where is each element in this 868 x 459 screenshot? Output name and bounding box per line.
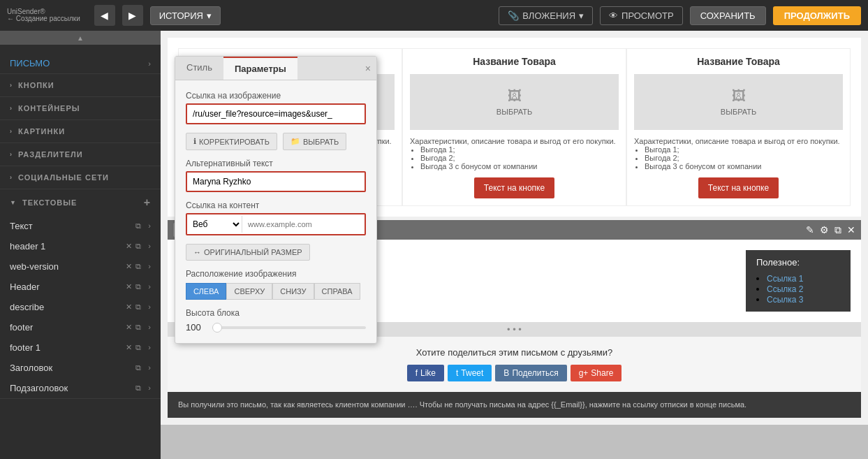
- sidebar-section-kartinki: › КАРТИНКИ: [0, 120, 161, 143]
- tab-params[interactable]: Параметры: [223, 57, 297, 80]
- copy-icon[interactable]: ⧉: [135, 221, 141, 231]
- info-icon: ℹ: [193, 137, 196, 146]
- share-twitter-button[interactable]: t Tweet: [448, 365, 492, 381]
- position-left-button[interactable]: СЛЕВА: [186, 283, 226, 300]
- arrow-icon: ›: [10, 151, 13, 158]
- correct-button[interactable]: ℹ КОРРЕКТИРОВАТЬ: [186, 133, 277, 150]
- tw-label: Tweet: [461, 368, 483, 378]
- product-btn-3[interactable]: Текст на кнопке: [698, 177, 779, 198]
- sidebar-item-label-tekst: Текст: [10, 221, 33, 231]
- original-size-label: ОРИГИНАЛЬНЫЙ РАЗМЕР: [204, 248, 302, 256]
- sidebar-item-tekst[interactable]: Текст ⧉ ›: [0, 216, 161, 236]
- edit-icon[interactable]: ✎: [806, 224, 814, 236]
- sidebar-section-header-razdeliteli[interactable]: › РАЗДЕЛИТЕЛИ: [0, 143, 161, 166]
- sidebar-scroll-up[interactable]: [0, 31, 161, 45]
- copy-icon[interactable]: ⧉: [834, 224, 841, 236]
- copy-icon[interactable]: ⧉: [135, 282, 141, 291]
- close-icon[interactable]: ✕: [126, 323, 132, 332]
- select-button[interactable]: 📁 ВЫБРАТЬ: [283, 133, 346, 150]
- share-facebook-button[interactable]: f Like: [407, 365, 444, 381]
- content-link-input[interactable]: [242, 216, 365, 233]
- tab-style[interactable]: Стиль: [175, 57, 223, 80]
- sidebar-section-konteinery: › КОНТЕЙНЕРЫ: [0, 97, 161, 120]
- sidebar-item-zagolovok[interactable]: Заголовок ⧉ ›: [0, 358, 161, 378]
- section-label-kartinki: КАРТИНКИ: [18, 127, 65, 136]
- close-icon[interactable]: ✕: [847, 224, 855, 236]
- continue-button[interactable]: ПРОДОЛЖИТЬ: [773, 6, 861, 25]
- forward-button[interactable]: ▶: [122, 5, 143, 26]
- position-buttons: СЛЕВА СВЕРХУ СНИЗУ СПРАВА: [186, 283, 366, 300]
- sidebar-item-describe[interactable]: describe ✕ ⧉ ›: [0, 297, 161, 317]
- sidebar-item-web-version[interactable]: web-version ✕ ⧉ ›: [0, 256, 161, 277]
- close-icon[interactable]: ✕: [126, 303, 132, 312]
- useful-link-3[interactable]: Ссылка 3: [767, 295, 804, 305]
- image-params-modal: Стиль Параметры × Ссылка на изображение …: [175, 56, 377, 344]
- image-link-input[interactable]: [187, 105, 365, 123]
- sidebar-section-socset: › СОЦИАЛЬНЫЕ СЕТИ: [0, 166, 161, 189]
- position-bottom-button[interactable]: СНИЗУ: [272, 283, 314, 300]
- product-image-2[interactable]: 🖼 ВЫБРАТЬ: [410, 74, 619, 130]
- sidebar-section-header-knopki[interactable]: › КНОПКИ: [0, 74, 161, 96]
- image-icon: 🖼: [732, 88, 746, 104]
- image-link-label: Ссылка на изображение: [186, 91, 366, 101]
- copy-icon[interactable]: ⧉: [135, 323, 141, 332]
- sidebar-item-icons-web-version: ✕ ⧉ ›: [126, 262, 151, 271]
- position-top-button[interactable]: СВЕРХУ: [226, 283, 272, 300]
- product-image-3[interactable]: 🖼 ВЫБРАТЬ: [634, 74, 843, 130]
- copy-icon[interactable]: ⧉: [135, 262, 141, 271]
- height-slider-thumb[interactable]: [212, 323, 222, 333]
- product-title-3: Название Товара: [634, 56, 843, 67]
- sidebar-section-header-tekstovye[interactable]: ▼ ТЕКСТОВЫЕ +: [0, 189, 161, 216]
- history-button[interactable]: ИСТОРИЯ ▾: [150, 6, 221, 25]
- sidebar-item-pismo[interactable]: ПИСЬМО ›: [0, 53, 161, 73]
- original-size-button[interactable]: ↔ ОРИГИНАЛЬНЫЙ РАЗМЕР: [186, 244, 310, 261]
- sidebar-item-footer[interactable]: footer ✕ ⧉ ›: [0, 317, 161, 337]
- modal-actions: ℹ КОРРЕКТИРОВАТЬ 📁 ВЫБРАТЬ: [186, 133, 366, 150]
- share-gplus-button[interactable]: g+ Share: [571, 365, 622, 381]
- section-label-razdeliteli: РАЗДЕЛИТЕЛИ: [18, 150, 83, 159]
- sidebar-section-header-konteinery[interactable]: › КОНТЕЙНЕРЫ: [0, 97, 161, 119]
- product-cell-3: Название Товара 🖼 ВЫБРАТЬ Характеристики…: [626, 48, 851, 206]
- sidebar-item-icons-podzagolovok: ⧉ ›: [135, 384, 151, 393]
- alt-text-input[interactable]: [187, 173, 365, 191]
- sidebar-item-header[interactable]: Header ✕ ⧉ ›: [0, 277, 161, 297]
- select-image-label-3: ВЫБРАТЬ: [721, 108, 756, 116]
- sidebar-item-icons-header1: ✕ ⧉ ›: [126, 242, 151, 251]
- height-slider[interactable]: [212, 326, 366, 329]
- useful-link-2[interactable]: Ссылка 2: [767, 284, 804, 294]
- copy-icon[interactable]: ⧉: [135, 384, 141, 393]
- close-icon[interactable]: ✕: [126, 282, 132, 291]
- product-btn-2[interactable]: Текст на кнопке: [474, 177, 554, 198]
- add-icon[interactable]: +: [144, 196, 151, 209]
- close-icon[interactable]: ✕: [126, 343, 132, 352]
- sidebar-item-footer1[interactable]: footer 1 ✕ ⧉ ›: [0, 337, 161, 358]
- modal-tabs: Стиль Параметры ×: [175, 57, 376, 80]
- product-desc-2: Характеристики, описание товара и выгод …: [410, 137, 619, 170]
- attachments-button[interactable]: 📎 ВЛОЖЕНИЯ ▾: [499, 6, 593, 25]
- sidebar-section-header-socset[interactable]: › СОЦИАЛЬНЫЕ СЕТИ: [0, 166, 161, 189]
- copy-icon[interactable]: ⧉: [135, 343, 141, 352]
- close-icon[interactable]: ✕: [126, 262, 132, 271]
- save-button[interactable]: СОХРАНИТЬ: [690, 6, 766, 25]
- modal-close-button[interactable]: ×: [365, 63, 371, 74]
- copy-icon[interactable]: ⧉: [135, 242, 141, 251]
- share-vk-button[interactable]: В Поделиться: [495, 365, 566, 381]
- section-label-tekstovye: ТЕКСТОВЫЕ: [22, 198, 77, 207]
- close-icon[interactable]: ✕: [126, 242, 132, 251]
- sidebar-item-label-footer: footer: [10, 322, 33, 333]
- content-link-box: Веб Email Телефон: [186, 213, 366, 235]
- preview-button[interactable]: 👁 ПРОСМОТР: [600, 6, 683, 25]
- copy-icon[interactable]: ⧉: [135, 303, 141, 312]
- tab-style-label: Стиль: [186, 62, 212, 73]
- useful-link-1[interactable]: Ссылка 1: [767, 274, 804, 284]
- copy-icon[interactable]: ⧉: [135, 363, 141, 372]
- footer-useful-links: Ссылка 1 Ссылка 2 Ссылка 3: [756, 273, 840, 305]
- content-link-select[interactable]: Веб Email Телефон: [187, 214, 242, 234]
- sidebar-section-header-kartinki[interactable]: › КАРТИНКИ: [0, 120, 161, 143]
- sidebar-item-header1[interactable]: header 1 ✕ ⧉ ›: [0, 236, 161, 256]
- back-button[interactable]: ◀: [94, 5, 115, 26]
- tab-params-label: Параметры: [235, 64, 286, 74]
- sidebar-item-podzagolovok[interactable]: Подзаголовок ⧉ ›: [0, 378, 161, 398]
- position-right-button[interactable]: СПРАВА: [314, 283, 360, 300]
- gear-icon[interactable]: ⚙: [820, 224, 829, 236]
